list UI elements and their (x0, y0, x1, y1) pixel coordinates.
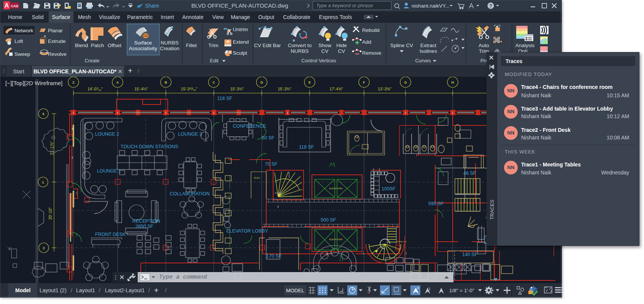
svg-text:Add: Add (362, 39, 371, 45)
svg-text:500 SF: 500 SF (321, 217, 336, 223)
svg-text:118 SF: 118 SF (217, 96, 232, 101)
svg-text:ELEVATORS: ELEVATORS (329, 187, 342, 190)
svg-text:Associativity: Associativity (129, 46, 157, 51)
svg-text:70 SF: 70 SF (265, 162, 278, 167)
svg-text:I: I (165, 111, 167, 115)
svg-text:14'-0⁷⁄₁₆": 14'-0⁷⁄₁₆" (87, 87, 103, 91)
svg-text:100SF: 100SF (382, 186, 396, 192)
svg-text:17'-4⅝": 17'-4⅝" (329, 87, 343, 91)
svg-text:E: E (308, 81, 311, 84)
svg-text:Blend: Blend (75, 43, 88, 48)
svg-text:Surface: Surface (134, 40, 152, 46)
svg-text:TOUCH DOWN STATIONS: TOUCH DOWN STATIONS (121, 144, 178, 149)
svg-text:NURBS: NURBS (161, 40, 178, 46)
svg-text:Hide: Hide (336, 43, 347, 48)
svg-text:Fillet: Fillet (186, 43, 197, 48)
svg-text:CONFERENCE: CONFERENCE (233, 124, 266, 129)
svg-text:Patch: Patch (91, 43, 104, 48)
svg-text:I: I (73, 111, 74, 115)
svg-text:Remove: Remove (362, 50, 381, 56)
svg-text:Revolve: Revolve (48, 51, 67, 57)
svg-text:118 SF: 118 SF (299, 144, 314, 150)
svg-text:A: A (5, 2, 9, 9)
svg-text:13'-3⅜": 13'-3⅜" (378, 87, 391, 91)
svg-text:20'-10": 20'-10" (48, 207, 52, 220)
svg-text:Sweep: Sweep (14, 51, 30, 57)
svg-text:PIPE CH: PIPE CH (397, 241, 406, 243)
svg-text:Rebuild: Rebuild (362, 27, 380, 33)
svg-text:21'-1⅞": 21'-1⅞" (49, 141, 54, 155)
svg-text:RECEPTION: RECEPTION (132, 218, 160, 224)
svg-text:ELEC: ELEC (254, 177, 260, 179)
svg-text:Loft: Loft (14, 38, 23, 44)
svg-text:15'-4¼": 15'-4¼" (134, 87, 148, 91)
svg-text:Isolines: Isolines (420, 48, 437, 54)
svg-text:nishant.naikVY...: nishant.naikVY... (412, 3, 450, 9)
svg-text:ELEVATORS: ELEVATORS (329, 238, 342, 241)
svg-text:CV: CV (321, 48, 329, 54)
svg-text:LOUNGE 1: LOUNGE 1 (97, 168, 121, 174)
svg-text:I: I (72, 156, 73, 160)
svg-text:I: I (278, 205, 279, 209)
svg-text:C: C (213, 81, 215, 84)
svg-text:Z: Z (72, 81, 75, 84)
svg-text:TRACES: TRACES (489, 200, 495, 220)
svg-text:Control Vertices: Control Vertices (301, 58, 336, 63)
svg-text:D: D (261, 81, 263, 84)
svg-text:I: I (76, 191, 77, 195)
svg-text:LOUNGE 2: LOUNGE 2 (95, 131, 119, 137)
svg-text:Network: Network (14, 28, 33, 33)
svg-text:B: B (165, 81, 167, 84)
svg-text:I: I (287, 111, 288, 115)
svg-text:50 SF: 50 SF (262, 135, 275, 141)
svg-text:I: I (405, 251, 407, 255)
svg-text:Extract: Extract (420, 43, 436, 48)
svg-text:I: I (363, 251, 364, 255)
svg-text:15'-3¾": 15'-3¾" (278, 87, 291, 91)
svg-text:140 SF: 140 SF (462, 252, 478, 257)
svg-text:Extrude: Extrude (48, 38, 66, 44)
svg-text:595 SF: 595 SF (428, 201, 444, 206)
svg-text:Offset: Offset (108, 43, 121, 48)
svg-text:Curves: Curves (415, 58, 431, 63)
svg-text:1: 1 (42, 180, 44, 184)
svg-text:15'-3¹³⁄₁₆": 15'-3¹³⁄₁₆" (181, 87, 197, 91)
svg-text:CAD: CAD (11, 4, 19, 8)
svg-text:LOUNGE 3: LOUNGE 3 (178, 131, 202, 137)
svg-text:NURBS: NURBS (291, 48, 308, 54)
svg-text:I: I (405, 111, 406, 115)
svg-text:Analysis: Analysis (515, 43, 535, 48)
svg-text:Show: Show (318, 43, 331, 48)
svg-text:170 SF: 170 SF (266, 253, 282, 259)
svg-text:CV Edit Bar: CV Edit Bar (254, 43, 281, 48)
svg-text:Sculpt: Sculpt (233, 50, 247, 56)
svg-text:FRONT DESK: FRONT DESK (95, 232, 126, 237)
svg-text:2: 2 (43, 246, 45, 250)
svg-text:Untrim: Untrim (233, 27, 248, 32)
svg-text:Share: Share (145, 3, 159, 9)
svg-text:1/8" = 1'-0": 1/8" = 1'-0" (449, 288, 474, 293)
svg-text:Auto: Auto (479, 43, 489, 48)
svg-text:?: ? (489, 3, 492, 9)
svg-text:Trim: Trim (208, 43, 219, 48)
svg-text:MODEL: MODEL (286, 288, 305, 293)
svg-text:CV: CV (338, 48, 345, 54)
svg-text:I: I (117, 111, 118, 115)
svg-text:Creation: Creation (160, 46, 179, 51)
svg-text:Planar: Planar (48, 28, 63, 33)
svg-text:Spline CV: Spline CV (390, 43, 413, 48)
svg-text:I: I (213, 111, 215, 115)
svg-text:Extend: Extend (233, 39, 249, 45)
svg-text:2650 SF: 2650 SF (135, 224, 154, 229)
svg-text:A: A (116, 81, 119, 84)
svg-text:Convert to: Convert to (288, 43, 312, 48)
svg-text:I: I (452, 111, 453, 115)
svg-text:G: G (404, 81, 407, 84)
svg-text:H: H (452, 81, 454, 84)
svg-text:46 SF: 46 SF (463, 171, 476, 176)
svg-text:COLLABORATION: COLLABORATION (170, 191, 210, 196)
svg-text:F: F (363, 81, 365, 84)
svg-text:15'-3¾": 15'-3¾" (230, 87, 244, 91)
svg-text:Edit: Edit (210, 58, 219, 63)
svg-text:ELEVATOR LOBBY: ELEVATOR LOBBY (226, 228, 268, 234)
